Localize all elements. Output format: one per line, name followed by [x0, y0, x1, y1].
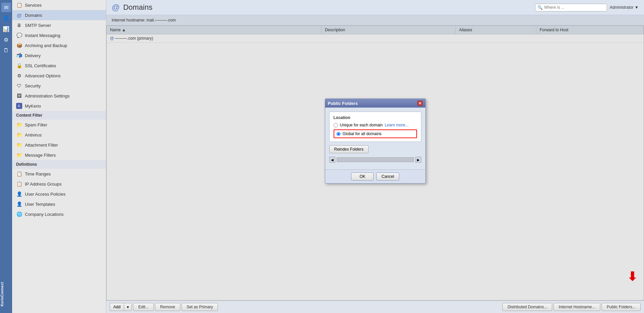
add-btn-container: Add ▼ [110, 303, 132, 311]
sidebar-label-time-ranges: Time Ranges [25, 171, 51, 177]
archiving-icon: 📦 [16, 42, 22, 48]
modal-content: Location Unique for each domain Learn mo… [325, 108, 425, 169]
add-button[interactable]: Add [110, 303, 124, 311]
services-icon: 📋 [16, 2, 22, 8]
right-button-group: Distributed Domains... Internet Hostname… [502, 303, 641, 311]
sidebar-item-ssl[interactable]: 🔒 SSL Certificates [12, 61, 106, 71]
scroll-track[interactable] [337, 157, 414, 162]
public-folders-modal: Public Folders ✕ Location Unique for eac… [325, 99, 426, 184]
mail-icon-btn[interactable]: ✉ [1, 3, 11, 12]
sidebar-label-admin-settings: Administration Settings [25, 93, 70, 99]
user-access-icon: 👤 [16, 191, 22, 197]
smtp-icon: 🖥 [16, 22, 22, 28]
sidebar-item-advanced[interactable]: ⚙ Advanced Options [12, 71, 106, 81]
user-icon-btn[interactable]: 👤 [1, 13, 11, 23]
sidebar-label-ssl: SSL Certificates [25, 63, 56, 68]
sidebar-label-antivirus: Antivirus [25, 132, 42, 138]
sidebar-item-im[interactable]: 💬 Instant Messaging [12, 30, 106, 40]
domains-header-icon: @ [112, 3, 120, 12]
global-domain-label: Global for all domains [343, 131, 382, 136]
sidebar-label-mykerio: MyKerio [25, 104, 41, 109]
sidebar-item-domains[interactable]: @ Domains [12, 10, 106, 20]
scroll-left-btn[interactable]: ◀ [329, 157, 335, 163]
sidebar-item-antivirus[interactable]: 📁 Antivirus [12, 130, 106, 140]
ok-button[interactable]: OK [351, 172, 374, 181]
sidebar-item-time-ranges[interactable]: 📋 Time Ranges [12, 169, 106, 179]
company-locations-icon: 🌐 [16, 211, 22, 217]
learn-more-link[interactable]: Learn more... [385, 123, 409, 127]
internet-hostname-button[interactable]: Internet Hostname... [554, 303, 600, 311]
time-ranges-icon: 📋 [16, 171, 22, 177]
sidebar-item-delivery[interactable]: 📬 Delivery [12, 50, 106, 61]
sidebar-item-archiving[interactable]: 📦 Archiving and Backup [12, 40, 106, 50]
sidebar-item-mykerio[interactable]: K MyKerio [12, 101, 106, 111]
attachment-icon: 📁 [16, 142, 22, 148]
content-area: Internet hostname: mail.———.com Name ▲ D… [106, 15, 644, 301]
location-section-title: Location [334, 115, 417, 120]
mykerio-icon: K [16, 103, 22, 109]
global-domain-radio[interactable] [336, 132, 341, 136]
sidebar-item-smtp[interactable]: 🖥 SMTP Server [12, 20, 106, 30]
sidebar-item-ip-groups[interactable]: 📋 IP Address Groups [12, 179, 106, 189]
sidebar-label-domains: Domains [25, 13, 42, 18]
sidebar-item-message-filters[interactable]: 📁 Message Filters [12, 150, 106, 160]
sidebar-item-attachment[interactable]: 📁 Attachment Filter [12, 140, 106, 150]
spam-icon: 📁 [16, 122, 22, 128]
sidebar-item-user-access[interactable]: 👤 User Access Policies [12, 189, 106, 199]
distributed-domains-button[interactable]: Distributed Domains... [502, 303, 552, 311]
security-icon: 🛡 [16, 83, 22, 89]
scrollbar-row: ◀ ▶ [329, 157, 421, 163]
sidebar-label-advanced: Advanced Options [25, 73, 61, 78]
unique-domain-radio[interactable] [334, 123, 338, 127]
sidebar-item-admin-settings[interactable]: 🖼 Administration Settings [12, 91, 106, 101]
sidebar-item-spam[interactable]: 📁 Spam Filter [12, 120, 106, 130]
unique-domain-option[interactable]: Unique for each domain Learn more... [334, 123, 417, 127]
sidebar-label-company-locations: Company Locations [25, 212, 64, 217]
set-primary-button[interactable]: Set as Primary [182, 303, 218, 311]
delivery-icon: 📬 [16, 52, 22, 58]
modal-overlay: Public Folders ✕ Location Unique for eac… [106, 15, 644, 301]
scroll-right-btn[interactable]: ▶ [415, 157, 421, 163]
sidebar-label-spam: Spam Filter [25, 122, 47, 127]
app-label: KerioConnect [0, 282, 12, 306]
gear-icon-btn[interactable]: ⚙ [1, 35, 11, 44]
sidebar-label-attachment: Attachment Filter [25, 143, 58, 148]
sidebar-item-security[interactable]: 🛡 Security [12, 81, 106, 91]
sidebar-label-delivery: Delivery [25, 53, 41, 58]
left-button-group: Add ▼ Edit... Remove Set as Primary [110, 303, 218, 311]
advanced-icon: ⚙ [16, 73, 22, 79]
definitions-header: Definitions [12, 160, 106, 169]
sidebar-label-user-templates: User Templates [25, 202, 55, 207]
user-templates-icon: 👤 [16, 201, 22, 207]
sidebar: 📋 Services @ Domains 🖥 SMTP Server 💬 Ins… [12, 0, 106, 313]
edit-button[interactable]: Edit... [133, 303, 154, 311]
sidebar-item-user-templates[interactable]: 👤 User Templates [12, 199, 106, 209]
sidebar-item-company-locations[interactable]: 🌐 Company Locations [12, 209, 106, 219]
search-icon: 🔍 [537, 5, 543, 10]
sidebar-label-archiving: Archiving and Backup [25, 43, 67, 48]
chart-icon-btn[interactable]: 📊 [1, 24, 11, 34]
admin-settings-icon: 🖼 [16, 93, 22, 99]
icon-bar: ✉ 👤 📊 ⚙ 🗒 KerioConnect [0, 0, 12, 313]
reindex-button[interactable]: Reindex Folders [329, 145, 369, 153]
admin-dropdown[interactable]: Administrator ▼ [610, 5, 639, 10]
search-input[interactable] [544, 5, 605, 10]
cancel-button[interactable]: Cancel [376, 172, 399, 181]
ip-groups-icon: 📋 [16, 181, 22, 187]
sidebar-label-im: Instant Messaging [25, 33, 61, 38]
header-bar: @ Domains 🔍 Administrator ▼ [106, 0, 644, 15]
sidebar-label-security: Security [25, 83, 41, 88]
sidebar-item-services[interactable]: 📋 Services [12, 0, 106, 10]
sidebar-label-smtp: SMTP Server [25, 23, 51, 28]
sidebar-label-user-access: User Access Policies [25, 192, 66, 197]
remove-button[interactable]: Remove [155, 303, 180, 311]
main-area: @ Domains 🔍 Administrator ▼ Internet hos… [106, 0, 644, 313]
global-domain-option[interactable]: Global for all domains [334, 129, 417, 138]
search-box[interactable]: 🔍 [535, 4, 607, 11]
modal-close-button[interactable]: ✕ [417, 101, 423, 106]
notes-icon-btn[interactable]: 🗒 [1, 46, 11, 55]
public-folders-button[interactable]: Public Folders... [602, 303, 641, 311]
ssl-icon: 🔒 [16, 63, 22, 69]
add-dropdown-arrow[interactable]: ▼ [124, 303, 132, 311]
page-title: Domains [123, 3, 152, 12]
